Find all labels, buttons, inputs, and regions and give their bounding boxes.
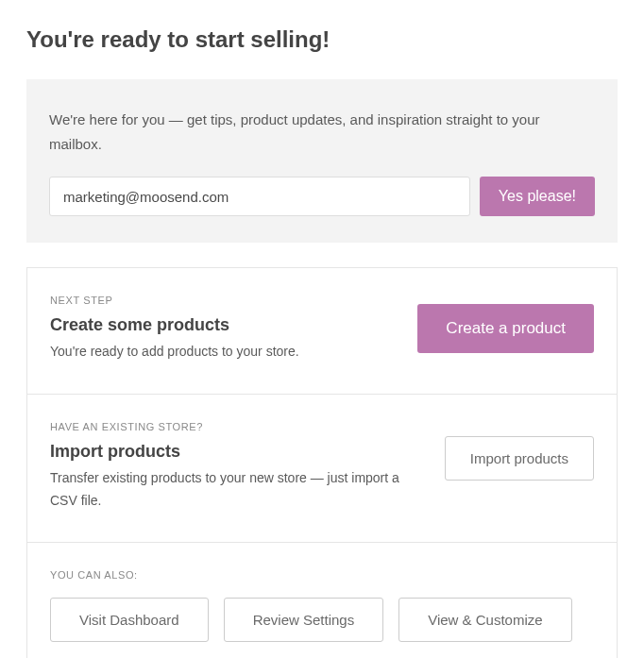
- email-input[interactable]: [49, 177, 470, 216]
- next-step-section: NEXT STEP Create some products You're re…: [27, 268, 617, 395]
- signup-box: We're here for you — get tips, product u…: [26, 79, 618, 243]
- footer-buttons: Visit Dashboard Review Settings View & C…: [50, 598, 594, 642]
- page-title: You're ready to start selling!: [26, 26, 618, 53]
- next-step-left: NEXT STEP Create some products You're re…: [50, 295, 398, 363]
- main-panel: NEXT STEP Create some products You're re…: [26, 267, 618, 658]
- footer-eyebrow: YOU CAN ALSO:: [50, 569, 594, 581]
- signup-text: We're here for you — get tips, product u…: [49, 108, 595, 156]
- import-eyebrow: HAVE AN EXISTING STORE?: [50, 421, 426, 432]
- import-section: HAVE AN EXISTING STORE? Import products …: [27, 395, 617, 544]
- import-products-button[interactable]: Import products: [445, 436, 594, 481]
- next-step-title: Create some products: [50, 315, 398, 335]
- view-customize-button[interactable]: View & Customize: [398, 598, 571, 642]
- next-step-desc: You're ready to add products to your sto…: [50, 341, 398, 363]
- next-step-eyebrow: NEXT STEP: [50, 295, 398, 306]
- yes-please-button[interactable]: Yes please!: [480, 177, 595, 216]
- review-settings-button[interactable]: Review Settings: [224, 598, 384, 642]
- import-left: HAVE AN EXISTING STORE? Import products …: [50, 421, 426, 513]
- import-title: Import products: [50, 442, 426, 462]
- visit-dashboard-button[interactable]: Visit Dashboard: [50, 598, 209, 642]
- signup-row: Yes please!: [49, 177, 595, 216]
- footer-section: YOU CAN ALSO: Visit Dashboard Review Set…: [27, 543, 617, 658]
- import-desc: Transfer existing products to your new s…: [50, 467, 426, 513]
- create-product-button[interactable]: Create a product: [417, 304, 594, 353]
